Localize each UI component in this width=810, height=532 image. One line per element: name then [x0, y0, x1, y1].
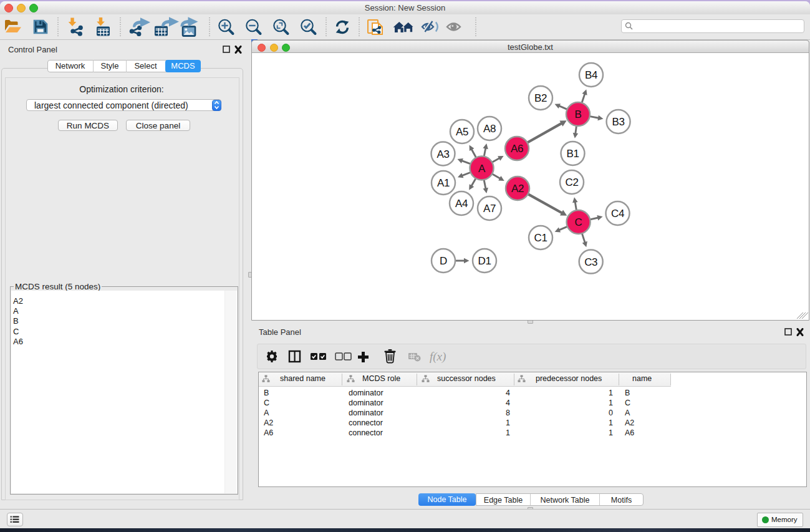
svg-text:A2: A2	[511, 183, 524, 195]
svg-text:C2: C2	[565, 177, 578, 188]
svg-text:A1: A1	[437, 177, 450, 189]
svg-text:A4: A4	[455, 198, 468, 210]
svg-text:B1: B1	[566, 148, 579, 160]
svg-text:A7: A7	[483, 203, 496, 215]
svg-text:A6: A6	[511, 143, 523, 155]
svg-text:B: B	[574, 109, 581, 120]
svg-text:A3: A3	[436, 148, 449, 160]
svg-text:B2: B2	[534, 92, 547, 104]
svg-text:f(x): f(x)	[430, 350, 446, 364]
svg-text:A5: A5	[456, 126, 468, 138]
svg-text:C3: C3	[584, 256, 597, 268]
svg-text:C: C	[575, 216, 582, 228]
svg-text:C1: C1	[534, 232, 547, 244]
svg-text:C4: C4	[611, 208, 624, 220]
svg-text:B4: B4	[585, 69, 597, 81]
svg-text:B3: B3	[612, 116, 624, 128]
svg-text:A8: A8	[483, 123, 496, 135]
svg-text:D: D	[440, 255, 447, 267]
svg-text:A: A	[478, 163, 486, 175]
svg-text:D1: D1	[478, 255, 491, 267]
